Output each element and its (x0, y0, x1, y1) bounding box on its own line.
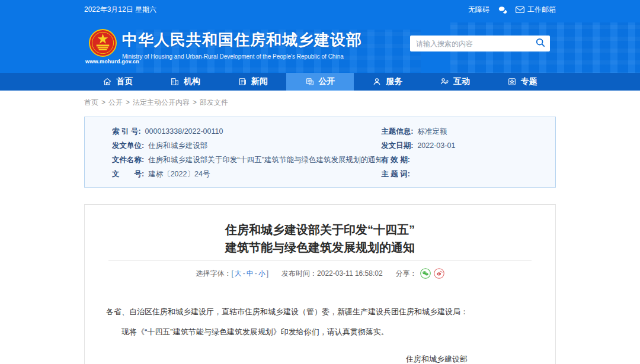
info-label: 索 引 号: (112, 127, 141, 136)
mail-icon (516, 7, 524, 13)
share-weibo-button[interactable] (434, 268, 444, 279)
breadcrumb-home[interactable]: 首页 (84, 98, 98, 107)
info-row-keywords: 主 题 词: (381, 167, 555, 181)
site-header: www.mohurd.gov.cn 中华人民共和国住房和城乡建设部 Minist… (0, 19, 640, 73)
font-size-large-button[interactable]: 大 (235, 269, 242, 279)
nav-item-interaction[interactable]: 互动 (421, 73, 489, 91)
info-value: 住房和城乡建设部关于印发“十四五”建筑节能与绿色建筑发展规划的通知 (148, 156, 383, 164)
home-icon (103, 77, 112, 86)
font-size-small-button[interactable]: 小 (258, 269, 265, 279)
accessibility-link[interactable]: 无障碍 (468, 5, 489, 15)
breadcrumb-separator: > (101, 98, 105, 107)
nav-label: 新闻 (251, 76, 268, 87)
nav-label: 专题 (521, 76, 537, 87)
nav-label: 互动 (453, 76, 470, 87)
topbar: 2022年3月12日 星期六 无障碍 工作邮箱 (0, 0, 640, 19)
chat-bubbles-icon[interactable] (498, 6, 507, 14)
nav-item-service[interactable]: 服务 (354, 73, 421, 91)
organization-icon (170, 77, 180, 86)
breadcrumb-current-page: 部发文件 (200, 98, 228, 107)
info-label: 主题信息: (381, 127, 413, 136)
site-title: 中华人民共和国住房和城乡建设部 (122, 30, 362, 50)
info-row-issue-date: 发文日期:2022-03-01 (381, 138, 555, 153)
font-selector-bracket: ] (267, 269, 268, 278)
nav-label: 服务 (386, 76, 402, 87)
nav-item-organization[interactable]: 机构 (152, 73, 219, 91)
nav-item-news[interactable]: 新闻 (219, 73, 286, 91)
info-label: 文 号: (112, 170, 144, 178)
article-title-line2: 建筑节能与绿色建筑发展规划的通知 (225, 241, 415, 254)
share-label: 分享： (396, 269, 417, 279)
font-selector-label: 选择字体： (196, 269, 231, 279)
article-card: 住房和城乡建设部关于印发“十四五” 建筑节能与绿色建筑发展规划的通知 选择字体：… (84, 204, 556, 364)
info-label: 发文日期: (381, 141, 413, 150)
nav-item-topics[interactable]: 专题 (488, 73, 556, 91)
weibo-share-icon (434, 268, 444, 279)
publish-time-value: 2022-03-11 16:58:02 (317, 269, 383, 278)
info-label: 主 题 词: (381, 170, 410, 178)
topics-icon (507, 77, 517, 86)
info-label: 有 效 期: (381, 156, 410, 164)
mailbox-link[interactable]: 工作邮箱 (516, 5, 556, 15)
nav-label: 公开 (319, 76, 335, 87)
info-value: 住房和城乡建设部 (148, 141, 207, 150)
info-row-index-number: 索 引 号:000013338/2022-00110 (112, 124, 381, 138)
mailbox-label: 工作邮箱 (527, 5, 556, 15)
info-row-document-number: 文 号:建标〔2022〕24号 (112, 167, 381, 181)
info-row-validity-period: 有 效 期: (381, 153, 555, 167)
nav-label: 首页 (116, 76, 133, 87)
info-row-issuing-unit: 发文单位:住房和城乡建设部 (112, 138, 381, 153)
article-paragraph-1: 各省、自治区住房和城乡建设厅，直辖市住房和城乡建设（管）委，新疆生产建设兵团住房… (106, 305, 534, 318)
article-paragraph-2: 现将《“十四五”建筑节能与绿色建筑发展规划》印发给你们，请认真贯彻落实。 (106, 326, 534, 339)
search-icon (536, 38, 545, 49)
font-size-medium-button[interactable]: 中 (247, 269, 254, 279)
article-title-line1: 住房和城乡建设部关于印发“十四五” (225, 223, 415, 236)
info-value: 建标〔2022〕24号 (148, 170, 210, 178)
national-emblem-logo (89, 29, 117, 57)
search-input[interactable] (410, 36, 531, 51)
wechat-share-icon (420, 268, 431, 279)
site-title-english: Ministry of Housing and Urban-Rural Deve… (122, 53, 362, 60)
breadcrumb-separator: > (193, 98, 197, 107)
breadcrumb-statutory-disclosure[interactable]: 法定主动公开内容 (133, 98, 190, 107)
disclosure-icon (305, 77, 315, 86)
search-button[interactable] (531, 36, 550, 51)
nav-label: 机构 (184, 76, 200, 87)
breadcrumb-disclosure[interactable]: 公开 (108, 98, 123, 107)
info-row-theme-info: 主题信息:标准定额 (381, 124, 555, 138)
info-value: 标准定额 (417, 127, 447, 136)
signature-block: 住房和城乡建设部 2022年3月1日 (85, 352, 555, 364)
nav-item-home[interactable]: 首页 (84, 73, 152, 91)
breadcrumb: 首页>公开>法定主动公开内容>部发文件 (84, 97, 556, 108)
nav-item-disclosure[interactable]: 公开 (286, 73, 354, 91)
current-date: 2022年3月12日 星期六 (84, 5, 156, 15)
info-label: 发文单位: (112, 141, 144, 150)
article-meta-row: 选择字体：[大-中-小] 发布时间：2022-03-11 16:58:02 分享… (85, 268, 555, 279)
article-title: 住房和城乡建设部关于印发“十四五” 建筑节能与绿色建筑发展规划的通知 (85, 221, 555, 256)
font-selector-dash: - (243, 269, 245, 278)
search-box (410, 36, 550, 51)
info-label: 文件名称: (112, 156, 144, 164)
font-selector-dash: - (255, 269, 257, 278)
main-nav: 首页 机构 新闻 公开 服务 互动 (0, 73, 640, 91)
font-selector-bracket: [ (231, 269, 233, 278)
title-divider (108, 260, 532, 260)
publish-time-label: 发布时间： (281, 269, 317, 279)
info-row-document-name: 文件名称:住房和城乡建设部关于印发“十四五”建筑节能与绿色建筑发展规划的通知 (112, 153, 381, 167)
document-info-card: 索 引 号:000013338/2022-00110 发文单位:住房和城乡建设部… (84, 117, 556, 188)
service-icon (372, 77, 382, 86)
interaction-icon (440, 77, 449, 86)
page: 2022年3月12日 星期六 无障碍 工作邮箱 (0, 0, 640, 364)
signature-org: 住房和城乡建设部 (85, 352, 468, 364)
news-icon (238, 77, 247, 86)
share-wechat-button[interactable] (420, 268, 431, 279)
info-value: 2022-03-01 (417, 141, 455, 150)
breadcrumb-separator: > (126, 98, 130, 107)
info-value: 000013338/2022-00110 (145, 127, 223, 136)
